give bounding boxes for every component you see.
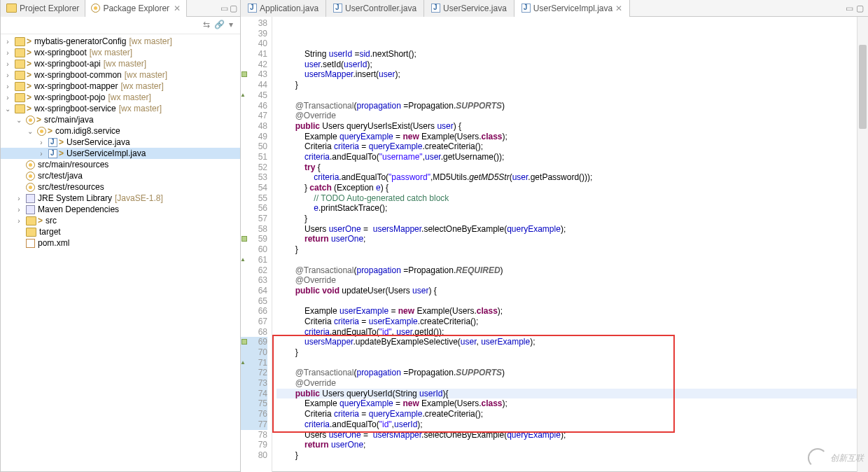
- line-number[interactable]: 49: [241, 132, 267, 142]
- editor-tab[interactable]: Application.java: [241, 0, 326, 17]
- line-number[interactable]: 70: [241, 347, 267, 358]
- code-line[interactable]: [276, 358, 857, 368]
- tree-item[interactable]: ›>wx-springboot-api [wx master]: [1, 58, 240, 69]
- code-line[interactable]: Example queryExample = new Example(Users…: [276, 398, 857, 409]
- tree-item[interactable]: ›>wx-springboot-pojo [wx master]: [1, 92, 240, 103]
- twisty-icon[interactable]: ›: [4, 60, 12, 68]
- line-number[interactable]: 41: [241, 49, 267, 60]
- line-number[interactable]: 65: [241, 296, 267, 307]
- line-number[interactable]: 72: [241, 368, 267, 378]
- code-line[interactable]: e.printStackTrace();: [276, 203, 857, 214]
- line-number[interactable]: 69: [241, 337, 267, 347]
- line-number[interactable]: 56: [241, 203, 267, 214]
- code-line[interactable]: [276, 461, 857, 471]
- line-number[interactable]: 80: [241, 450, 267, 461]
- twisty-icon[interactable]: ⌄: [15, 116, 23, 124]
- code-line[interactable]: @Transactional(propagation =Propagation.…: [276, 265, 857, 276]
- twisty-icon[interactable]: ›: [15, 217, 23, 225]
- code-line[interactable]: String userId =sid.nextShort();: [276, 49, 857, 60]
- code-line[interactable]: criteria.andEqualTo("id",userId);: [276, 419, 857, 430]
- minimize-icon[interactable]: ▭: [220, 4, 228, 13]
- line-number[interactable]: 74: [241, 389, 267, 399]
- line-number[interactable]: 43: [241, 69, 267, 80]
- tree-item[interactable]: ⌄>src/main/java: [1, 114, 240, 125]
- line-number[interactable]: 53: [241, 172, 267, 183]
- tree-item[interactable]: ›>wx-springboot [wx master]: [1, 47, 240, 58]
- tree-item[interactable]: ›>UserService.java: [1, 137, 240, 148]
- line-number[interactable]: 61: [241, 255, 267, 265]
- code-line[interactable]: Users userOne = usersMapper.selectOneByE…: [276, 224, 857, 235]
- code-line[interactable]: Criteria criteria = userExample.createCr…: [276, 317, 857, 327]
- tree-item[interactable]: ›>wx-springboot-mapper [wx master]: [1, 81, 240, 92]
- code-line[interactable]: criteria.andEqualTo("id", user.getId());: [276, 327, 857, 338]
- maximize-icon[interactable]: ▢: [230, 4, 237, 13]
- twisty-icon[interactable]: ›: [15, 206, 23, 214]
- line-number[interactable]: 40: [241, 39, 267, 49]
- line-number[interactable]: 57: [241, 214, 267, 224]
- tree-item[interactable]: src/test/resources: [1, 181, 240, 193]
- tree-item[interactable]: ⌄>com.idig8.service: [1, 125, 240, 137]
- line-number[interactable]: 64: [241, 286, 267, 296]
- close-icon[interactable]: ✕: [174, 4, 181, 13]
- tree-item[interactable]: ›>mybatis-generatorConfig [wx master]: [1, 36, 240, 47]
- vertical-scrollbar[interactable]: [857, 17, 868, 472]
- line-number[interactable]: 71: [241, 358, 267, 368]
- twisty-icon[interactable]: ›: [4, 71, 12, 79]
- line-number[interactable]: 68: [241, 327, 267, 338]
- line-number[interactable]: 47: [241, 111, 267, 121]
- code-line[interactable]: @Transactional(propagation =Propagation.…: [276, 368, 857, 378]
- code-line[interactable]: Criteria criteria = queryExample.createC…: [276, 409, 857, 419]
- tree-item[interactable]: pom.xml: [1, 237, 240, 249]
- line-number[interactable]: 46: [241, 101, 267, 111]
- view-menu-icon[interactable]: ▾: [229, 20, 233, 29]
- code-line[interactable]: // TODO Auto-generated catch block: [276, 193, 857, 204]
- twisty-icon[interactable]: ›: [4, 94, 12, 102]
- code-line[interactable]: public Users queryUserIsExist(Users user…: [276, 121, 857, 132]
- line-number[interactable]: 67: [241, 317, 267, 327]
- code-line[interactable]: Users userOne = usersMapper.selectOneByE…: [276, 430, 857, 440]
- code-line[interactable]: usersMapper.insert(user);: [276, 69, 857, 80]
- minimize-icon[interactable]: ▭: [846, 4, 853, 13]
- line-number[interactable]: 48: [241, 121, 267, 132]
- tab-project-explorer[interactable]: Project Explorer: [1, 0, 85, 17]
- line-number[interactable]: 51: [241, 152, 267, 162]
- tree-item[interactable]: src/main/resources: [1, 159, 240, 170]
- code-line[interactable]: } catch (Exception e) {: [276, 183, 857, 193]
- line-number[interactable]: 75: [241, 398, 267, 409]
- line-number[interactable]: 73: [241, 378, 267, 389]
- close-icon[interactable]: ✕: [615, 4, 622, 13]
- line-number[interactable]: 50: [241, 141, 267, 152]
- twisty-icon[interactable]: ⌄: [26, 127, 34, 135]
- editor-tab[interactable]: UserController.java: [326, 0, 424, 17]
- line-number[interactable]: 39: [241, 29, 267, 39]
- code-line[interactable]: @Transactional(propagation =Propagation.…: [276, 101, 857, 111]
- line-number[interactable]: 59: [241, 234, 267, 244]
- code-line[interactable]: }: [276, 347, 857, 358]
- collapse-all-icon[interactable]: ⇆: [203, 20, 210, 29]
- code-line[interactable]: public void updateUser(Users user) {: [276, 286, 857, 296]
- tree-item[interactable]: ›Maven Dependencies: [1, 204, 240, 215]
- code-line[interactable]: [276, 90, 857, 101]
- line-number[interactable]: 66: [241, 306, 267, 317]
- line-number[interactable]: 54: [241, 183, 267, 193]
- line-number[interactable]: 77: [241, 419, 267, 430]
- editor-tab[interactable]: UserServiceImpl.java ✕: [514, 0, 630, 17]
- line-number[interactable]: 76: [241, 409, 267, 419]
- twisty-icon[interactable]: ⌄: [4, 105, 12, 113]
- twisty-icon[interactable]: ›: [4, 83, 12, 90]
- tree-item[interactable]: ›JRE System Library [JavaSE-1.8]: [1, 193, 240, 204]
- line-number[interactable]: 63: [241, 275, 267, 286]
- code-line[interactable]: @Override: [276, 378, 857, 389]
- code-line[interactable]: public Users queryUserId(String userId){: [276, 389, 857, 399]
- code-line[interactable]: [276, 296, 857, 307]
- code-line[interactable]: return userOne;: [276, 234, 857, 244]
- line-number[interactable]: 52: [241, 162, 267, 173]
- editor-tab[interactable]: UserService.java: [424, 0, 514, 17]
- link-editor-icon[interactable]: 🔗: [214, 20, 225, 29]
- code-line[interactable]: Criteria criteria = queryExample.createC…: [276, 141, 857, 152]
- package-tree[interactable]: ›>mybatis-generatorConfig [wx master]›>w…: [1, 34, 240, 471]
- code-line[interactable]: criteria.andEqualTo("username",user.getU…: [276, 152, 857, 162]
- tree-item[interactable]: ›>wx-springboot-common [wx master]: [1, 69, 240, 81]
- code-line[interactable]: usersMapper.updateByExampleSelective(use…: [276, 337, 857, 347]
- tab-package-explorer[interactable]: Package Explorer ✕: [85, 0, 187, 17]
